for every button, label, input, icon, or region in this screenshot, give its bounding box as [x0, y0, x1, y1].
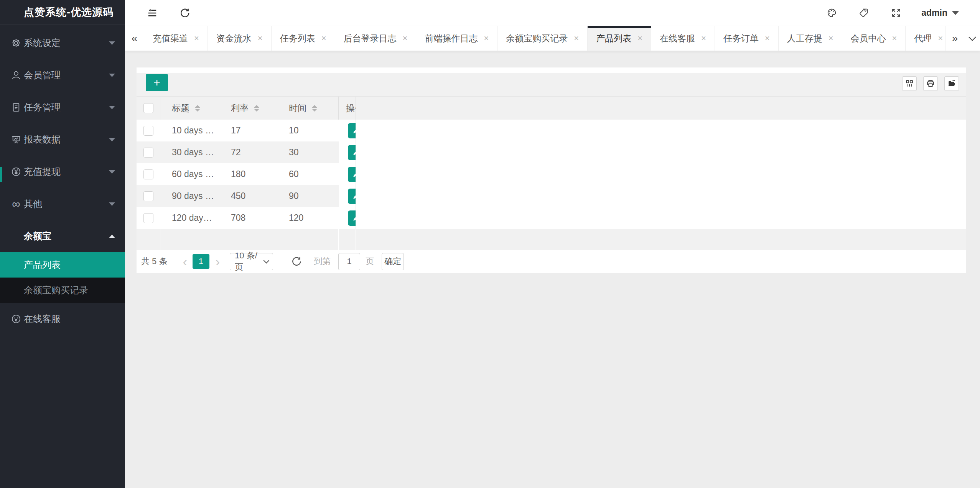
sidebar-submenu: 产品列表 余额宝购买记录 — [0, 252, 125, 303]
row-checkbox[interactable] — [143, 148, 153, 158]
admin-dropdown[interactable]: admin — [921, 8, 959, 18]
tab-label: 充值渠道 — [153, 33, 188, 44]
edit-button[interactable] — [348, 123, 356, 138]
close-icon[interactable]: × — [938, 34, 943, 43]
sidebar-item-member-management[interactable]: 会员管理 — [0, 59, 125, 91]
sidebar-item-online-service[interactable]: 在线客服 — [0, 303, 125, 335]
tab-label: 会员中心 — [851, 33, 886, 44]
tag-icon[interactable] — [859, 8, 869, 18]
chevron-down-icon — [109, 106, 115, 109]
prev-page-button[interactable]: ‹ — [183, 255, 187, 268]
close-icon[interactable]: × — [194, 34, 199, 43]
tab-product-list[interactable]: 产品列表× — [588, 26, 651, 51]
page-1-button[interactable]: 1 — [193, 254, 209, 269]
close-icon[interactable]: × — [484, 34, 489, 43]
pagination-bar: 共 5 条 ‹ 1 › 10 条/页 到第 页 确定 — [137, 250, 966, 273]
edit-button[interactable] — [348, 189, 356, 204]
close-icon[interactable]: × — [828, 34, 833, 43]
close-icon[interactable]: × — [701, 34, 706, 43]
sidebar-item-recharge-withdraw[interactable]: 充值提现 — [0, 156, 125, 188]
menu-fold-icon[interactable] — [147, 8, 158, 18]
print-button[interactable] — [923, 76, 938, 91]
cell-rate: 450 — [223, 185, 281, 207]
sort-time-icon[interactable] — [312, 105, 317, 112]
sidebar-item-system-settings[interactable]: 系统设定 — [0, 27, 125, 59]
fullscreen-icon[interactable] — [891, 8, 901, 18]
goto-page-label: 到第 — [314, 256, 331, 267]
sort-rate-icon[interactable] — [254, 105, 259, 112]
tab-recharge-channel[interactable]: 充值渠道× — [144, 26, 208, 51]
page-size-select[interactable]: 10 条/页 — [230, 253, 273, 270]
tab-manual-deposit[interactable]: 人工存提× — [779, 26, 842, 51]
tab-admin-login-log[interactable]: 后台登录日志× — [335, 26, 417, 51]
sidebar-item-other[interactable]: ∞ 其他 — [0, 188, 125, 220]
header-action: 操作 — [339, 97, 356, 120]
add-product-button[interactable]: + — [146, 74, 168, 91]
sidebar-item-label: 在线客服 — [0, 313, 61, 325]
chevron-down-icon — [109, 41, 115, 45]
sidebar-item-yuebao-purchase-records[interactable]: 余额宝购买记录 — [0, 278, 125, 303]
page-unit-label: 页 — [366, 256, 374, 267]
tabs-scroll-right-button[interactable]: » — [945, 26, 964, 51]
refresh-table-icon[interactable] — [291, 256, 301, 267]
tab-yuebao-purchase-records[interactable]: 余额宝购买记录× — [497, 26, 588, 51]
cell-title: 120 day… — [160, 207, 223, 229]
row-checkbox[interactable] — [143, 213, 153, 223]
topbar: admin — [125, 0, 980, 26]
close-icon[interactable]: × — [258, 34, 263, 43]
table-row: 120 day…708120 — [137, 207, 966, 229]
tab-online-service[interactable]: 在线客服× — [651, 26, 715, 51]
table-header: 标题 利率 时间 操作 — [137, 97, 966, 120]
header-select-all-cell — [137, 97, 160, 120]
tab-task-list[interactable]: 任务列表× — [272, 26, 335, 51]
close-icon[interactable]: × — [765, 34, 770, 43]
confirm-goto-button[interactable]: 确定 — [382, 253, 404, 270]
cell-time: 30 — [281, 141, 339, 163]
tabs-more-dropdown[interactable] — [964, 26, 980, 51]
tab-fund-flow[interactable]: 资金流水× — [208, 26, 272, 51]
goto-page-input[interactable] — [338, 253, 360, 270]
next-page-button[interactable]: › — [216, 255, 220, 268]
yuan-circle-icon — [11, 166, 21, 177]
sidebar-item-product-list[interactable]: 产品列表 — [0, 252, 125, 278]
column-label: 利率 — [231, 102, 249, 114]
close-icon[interactable]: × — [574, 34, 579, 43]
sidebar-item-report-data[interactable]: 报表数据 — [0, 123, 125, 156]
sidebar-group-yuebao[interactable]: 余额宝 — [0, 220, 125, 252]
chevron-down-icon — [109, 170, 115, 174]
chevron-down-icon — [952, 11, 959, 15]
close-icon[interactable]: × — [403, 34, 408, 43]
close-icon[interactable]: × — [892, 34, 897, 43]
sort-title-icon[interactable] — [195, 105, 200, 112]
edit-button[interactable] — [348, 167, 356, 182]
tab-agent[interactable]: 代理× — [906, 26, 945, 51]
refresh-icon[interactable] — [179, 8, 190, 18]
edit-button[interactable] — [348, 145, 356, 160]
cell-time: 60 — [281, 163, 339, 185]
close-icon[interactable]: × — [321, 34, 326, 43]
tabs-scroll-left-button[interactable]: « — [125, 26, 144, 51]
table-row: 30 days …7230 — [137, 141, 966, 163]
tab-frontend-op-log[interactable]: 前端操作日志× — [416, 26, 497, 51]
sidebar: 点赞系统-优选源码 系统设定 会员管理 任务管理 — [0, 0, 125, 488]
tab-member-center[interactable]: 会员中心× — [842, 26, 906, 51]
filter-columns-button[interactable] — [902, 76, 917, 91]
row-checkbox[interactable] — [143, 191, 153, 201]
sidebar-item-task-management[interactable]: 任务管理 — [0, 91, 125, 123]
theme-palette-icon[interactable] — [827, 8, 837, 18]
sidebar-nav: 系统设定 会员管理 任务管理 报表数据 — [0, 25, 125, 335]
chevron-down-icon — [109, 74, 115, 77]
close-icon[interactable]: × — [637, 34, 642, 43]
select-all-checkbox[interactable] — [143, 103, 153, 113]
cell-title: 60 days … — [160, 163, 223, 185]
edit-button[interactable] — [348, 210, 356, 226]
chart-board-icon — [11, 134, 21, 145]
document-icon — [11, 102, 21, 113]
column-label: 时间 — [289, 102, 306, 114]
gear-icon — [11, 38, 21, 48]
row-checkbox[interactable] — [143, 126, 153, 136]
cell-time: 10 — [281, 120, 339, 141]
row-checkbox[interactable] — [143, 169, 153, 179]
tab-task-orders[interactable]: 任务订单× — [715, 26, 779, 51]
export-button[interactable] — [944, 76, 959, 91]
